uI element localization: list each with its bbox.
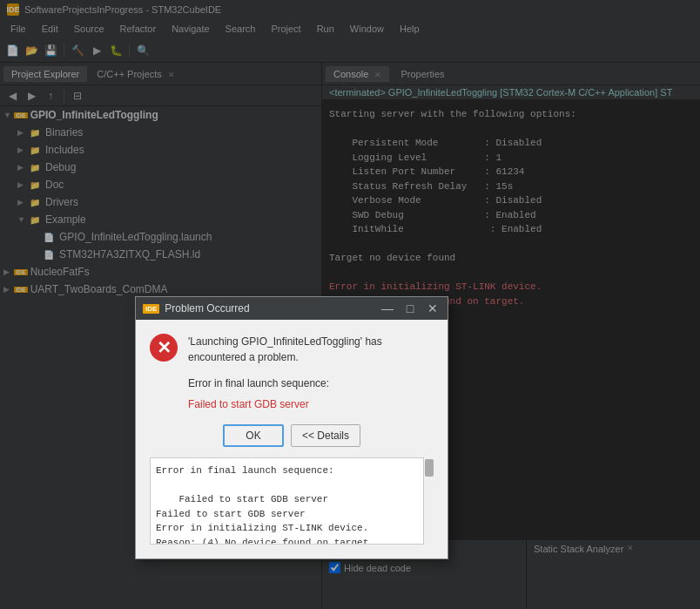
dialog-detail1: Error in final launch sequence: xyxy=(150,376,434,391)
dialog-title-icon: IDE xyxy=(143,304,159,314)
dialog-main-message: 'Launching GPIO_InfiniteLedToggling' has… xyxy=(188,334,434,365)
log-line: Error in final launch sequence: xyxy=(156,464,427,478)
error-icon: ✕ xyxy=(150,334,178,362)
dialog-titlebar: IDE Problem Occurred — □ ✕ xyxy=(136,297,448,320)
dialog-ok-button[interactable]: OK xyxy=(223,424,284,447)
dialog-detail2: Failed to start GDB server xyxy=(150,398,434,410)
log-line: Failed to start GDB server xyxy=(156,507,427,522)
problem-dialog: IDE Problem Occurred — □ ✕ ✕ 'Launching … xyxy=(135,296,448,559)
log-line: Error in initializing ST-LINK device. xyxy=(156,521,427,536)
log-line: Reason: (4) No device found on target. xyxy=(156,536,427,545)
dialog-scrollbar[interactable] xyxy=(423,457,434,545)
log-line xyxy=(156,478,427,493)
dialog-minimize-btn[interactable]: — xyxy=(380,301,395,316)
dialog-log[interactable]: Error in final launch sequence: Failed t… xyxy=(150,457,434,545)
dialog-log-container: Error in final launch sequence: Failed t… xyxy=(150,457,434,545)
dialog-maximize-btn[interactable]: □ xyxy=(402,301,418,316)
dialog-title: Problem Occurred xyxy=(165,302,249,315)
dialog-close-btn[interactable]: ✕ xyxy=(425,301,441,316)
dialog-body: ✕ 'Launching GPIO_InfiniteLedToggling' h… xyxy=(136,320,448,558)
scroll-thumb xyxy=(425,459,434,477)
dialog-details-button[interactable]: << Details xyxy=(291,424,360,447)
dialog-window-controls: — □ ✕ xyxy=(380,301,441,316)
dialog-overlay: IDE Problem Occurred — □ ✕ ✕ 'Launching … xyxy=(0,0,700,609)
dialog-buttons: OK << Details xyxy=(150,424,434,447)
log-line: Failed to start GDB server xyxy=(156,492,427,507)
dialog-error-row: ✕ 'Launching GPIO_InfiniteLedToggling' h… xyxy=(150,334,434,365)
